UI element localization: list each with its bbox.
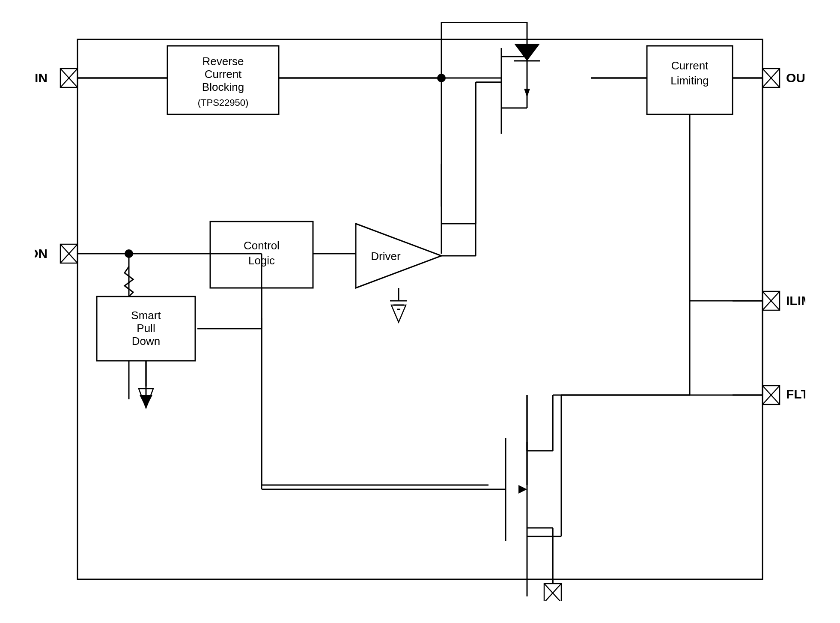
driver-label: Driver: [371, 250, 401, 263]
spd-label-3: Down: [132, 335, 160, 347]
svg-marker-58: [518, 485, 527, 494]
cl-label-1: Current: [671, 59, 709, 72]
svg-marker-46: [524, 89, 530, 97]
svg-marker-48: [514, 44, 540, 61]
ctrl-label-1: Control: [244, 239, 280, 252]
flt-pin-label: FLT: [786, 387, 805, 401]
rcb-label-3: Blocking: [202, 81, 244, 93]
circuit-diagram: Reverse Current Blocking (TPS22950) Curr…: [35, 22, 805, 601]
cl-label-2: Limiting: [670, 74, 709, 87]
main-border: [77, 39, 763, 579]
spd-label-1: Smart: [131, 309, 161, 322]
gnd-arrow-driver: [391, 305, 406, 322]
spd-label-2: Pull: [137, 322, 155, 335]
rcb-label-4: (TPS22950): [198, 97, 249, 108]
on-pin-label: ON: [35, 246, 48, 261]
in-pin-label: IN: [35, 71, 48, 85]
rcb-label-2: Current: [205, 68, 242, 81]
rcb-label-1: Reverse: [203, 55, 244, 68]
ctrl-label-2: Logic: [248, 254, 275, 267]
ilim-pin-label: ILIM: [786, 294, 805, 308]
out-pin-label: OUT: [786, 71, 805, 85]
